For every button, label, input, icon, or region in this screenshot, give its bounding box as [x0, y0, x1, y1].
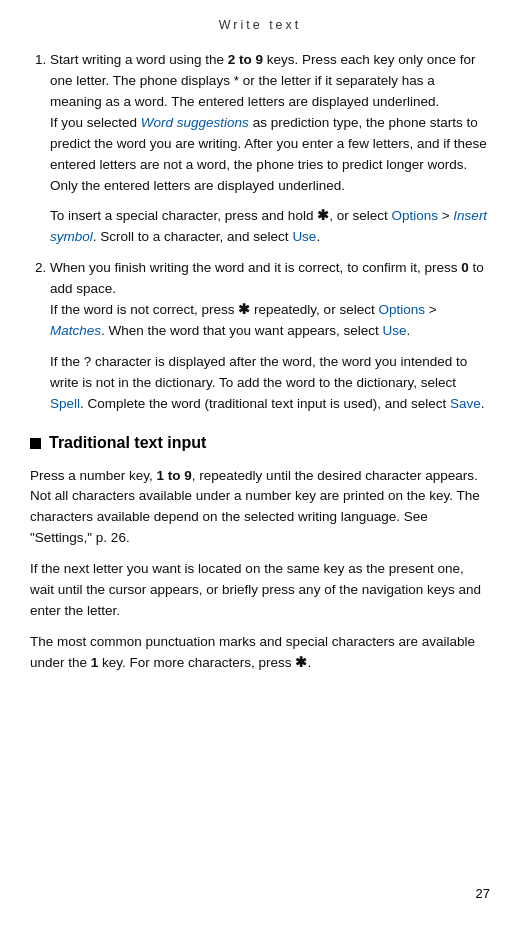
- spell-link[interactable]: Spell: [50, 396, 80, 411]
- page-title: Write text: [219, 18, 302, 32]
- list-item-1-para1: If you selected Word suggestions as pred…: [50, 113, 490, 197]
- list-item-1-text: Start writing a word using the 2 to 9 ke…: [50, 52, 475, 109]
- section-para1: Press a number key, 1 to 9, repeatedly u…: [30, 466, 490, 550]
- list-item-2-text: When you finish writing the word and it …: [50, 260, 484, 296]
- page-container: Write text Start writing a word using th…: [0, 0, 520, 925]
- list-item-2-para1: If the word is not correct, press ✱ repe…: [50, 300, 490, 342]
- word-suggestions-link[interactable]: Word suggestions: [141, 115, 249, 130]
- page-header: Write text: [30, 18, 490, 32]
- page-number: 27: [476, 886, 490, 901]
- main-list: Start writing a word using the 2 to 9 ke…: [30, 50, 490, 415]
- asterisk-key-1: ✱: [317, 208, 329, 223]
- asterisk-key-2: ✱: [238, 302, 250, 317]
- bold-keys: 2 to 9: [228, 52, 263, 67]
- section-heading-text: Traditional text input: [49, 431, 206, 456]
- list-item-2: When you finish writing the word and it …: [50, 258, 490, 414]
- heading-square-icon: [30, 438, 41, 449]
- list-item: Start writing a word using the 2 to 9 ke…: [50, 50, 490, 248]
- content-body: Start writing a word using the 2 to 9 ke…: [30, 50, 490, 674]
- options-link-1[interactable]: Options: [391, 208, 438, 223]
- section-para2: If the next letter you want is located o…: [30, 559, 490, 622]
- bold-1to9: 1 to 9: [157, 468, 192, 483]
- section-para3: The most common punctuation marks and sp…: [30, 632, 490, 674]
- bold-zero: 0: [461, 260, 469, 275]
- bold-1-key: 1: [91, 655, 99, 670]
- matches-link[interactable]: Matches: [50, 323, 101, 338]
- save-link[interactable]: Save: [450, 396, 481, 411]
- list-item-1-para2: To insert a special character, press and…: [50, 206, 490, 248]
- list-item-2-para2: If the ? character is displayed after th…: [50, 352, 490, 415]
- options-link-2[interactable]: Options: [378, 302, 425, 317]
- asterisk-key-3: ✱: [295, 655, 307, 670]
- use-link-2[interactable]: Use: [382, 323, 406, 338]
- use-link-1[interactable]: Use: [292, 229, 316, 244]
- section-heading: Traditional text input: [30, 431, 490, 456]
